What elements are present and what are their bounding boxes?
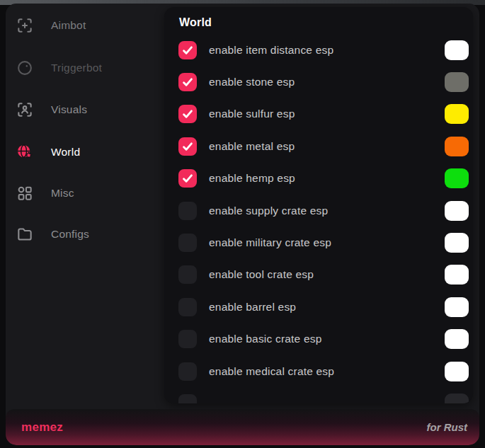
checkbox[interactable] xyxy=(178,234,197,252)
setting-row: enable hemp esp xyxy=(164,163,473,195)
checkbox[interactable] xyxy=(178,265,197,284)
setting-row: enable tool crate esp xyxy=(164,259,473,291)
sidebar-item-triggerbot[interactable]: Triggerbot xyxy=(6,54,164,82)
sidebar-item-label: Configs xyxy=(51,220,89,248)
color-swatch[interactable] xyxy=(445,362,469,381)
color-swatch[interactable] xyxy=(445,72,469,92)
setting-row: enable medical crate esp xyxy=(164,355,473,387)
setting-label: enable stone esp xyxy=(209,76,295,88)
cheat-window: Aimbot Triggerbot Visuals World Misc Con… xyxy=(6,4,479,445)
sidebar-item-label: Aimbot xyxy=(51,11,86,40)
setting-row xyxy=(164,387,473,403)
sidebar-item-label: Visuals xyxy=(51,96,87,124)
check-icon xyxy=(181,139,195,154)
checkbox[interactable] xyxy=(178,105,197,123)
setting-label: enable item distance esp xyxy=(209,44,333,57)
screen: Aimbot Triggerbot Visuals World Misc Con… xyxy=(0,0,485,448)
person-scan-icon xyxy=(16,100,34,119)
checkbox[interactable] xyxy=(178,362,197,381)
color-swatch[interactable] xyxy=(445,265,469,285)
check-icon xyxy=(181,75,195,89)
checkbox[interactable] xyxy=(178,73,197,91)
setting-row: enable stone esp xyxy=(164,66,473,98)
folder-icon xyxy=(16,225,34,243)
sidebar-item-configs[interactable]: Configs xyxy=(6,220,164,248)
setting-label: enable metal esp xyxy=(209,140,295,153)
sidebar: Aimbot Triggerbot Visuals World Misc Con… xyxy=(6,4,164,409)
color-swatch[interactable] xyxy=(445,40,469,60)
checkbox[interactable] xyxy=(178,169,197,188)
checkbox[interactable] xyxy=(178,41,197,59)
checkbox[interactable] xyxy=(178,394,197,403)
check-icon xyxy=(181,107,195,121)
color-swatch[interactable] xyxy=(445,329,469,349)
world-panel: World enable item distance esp enable st… xyxy=(164,7,473,403)
brand-text: memez xyxy=(21,420,63,435)
sidebar-item-label: World xyxy=(51,138,80,166)
panel-title: World xyxy=(179,16,212,29)
color-swatch[interactable] xyxy=(445,201,469,221)
color-swatch[interactable] xyxy=(445,297,469,317)
setting-row: enable sulfur esp xyxy=(164,98,473,130)
sidebar-item-aimbot[interactable]: Aimbot xyxy=(6,11,164,40)
check-icon xyxy=(181,171,195,185)
setting-row: enable supply crate esp xyxy=(164,195,473,226)
check-icon xyxy=(181,43,195,57)
setting-label: enable basic crate esp xyxy=(209,333,322,345)
globe-star-icon xyxy=(16,143,34,161)
color-swatch[interactable] xyxy=(445,233,469,253)
checkbox[interactable] xyxy=(178,137,197,156)
crosshair-scan-icon xyxy=(16,16,34,35)
setting-row: enable barrel esp xyxy=(164,291,473,323)
setting-label: enable barrel esp xyxy=(209,301,296,314)
setting-row: enable military crate esp xyxy=(164,226,473,258)
footer-bar: memez for Rust xyxy=(6,409,479,445)
setting-label: enable sulfur esp xyxy=(209,108,295,120)
sidebar-item-visuals[interactable]: Visuals xyxy=(6,96,164,124)
setting-row: enable basic crate esp xyxy=(164,323,473,355)
color-swatch[interactable] xyxy=(445,137,469,156)
setting-label: enable hemp esp xyxy=(209,172,295,185)
sidebar-item-misc[interactable]: Misc xyxy=(6,179,164,207)
grid-category-icon xyxy=(16,184,34,202)
setting-row: enable metal esp xyxy=(164,130,473,162)
tagline-text: for Rust xyxy=(427,421,468,433)
checkbox[interactable] xyxy=(178,202,197,220)
setting-row: enable item distance esp xyxy=(164,34,473,66)
setting-label: enable supply crate esp xyxy=(209,205,328,217)
checkbox[interactable] xyxy=(178,298,197,316)
setting-label: enable medical crate esp xyxy=(209,365,334,378)
color-swatch[interactable] xyxy=(445,168,469,188)
sidebar-item-label: Triggerbot xyxy=(51,54,102,82)
color-swatch[interactable] xyxy=(445,394,469,403)
target-circle-icon xyxy=(16,59,34,77)
setting-label: enable tool crate esp xyxy=(209,268,314,281)
setting-label: enable military crate esp xyxy=(209,236,331,249)
checkbox[interactable] xyxy=(178,330,197,348)
sidebar-item-label: Misc xyxy=(51,179,74,207)
settings-list: enable item distance esp enable stone es… xyxy=(164,34,473,403)
color-swatch[interactable] xyxy=(445,104,469,124)
sidebar-item-world[interactable]: World xyxy=(6,138,164,166)
